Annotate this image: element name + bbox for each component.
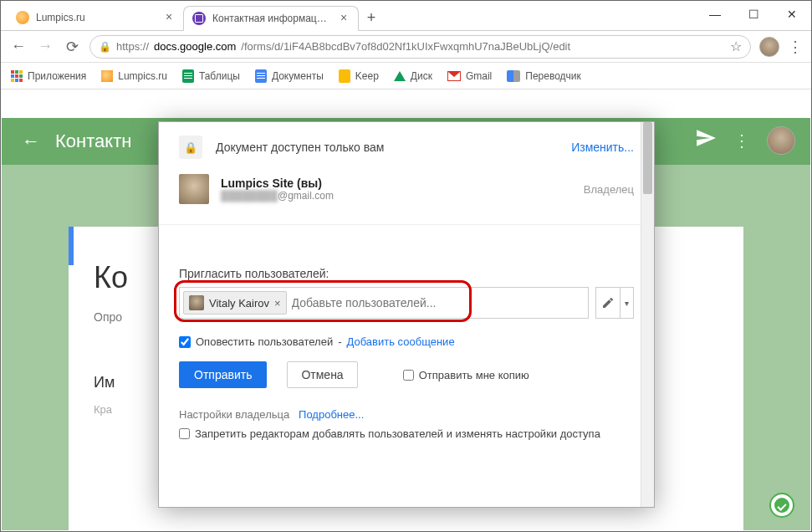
back-arrow-icon[interactable]: ← — [22, 130, 40, 152]
send-button[interactable]: Отправить — [179, 361, 267, 388]
bookmarks-bar: Приложения Lumpics.ru Таблицы Документы … — [1, 63, 811, 90]
close-icon[interactable]: × — [163, 12, 175, 23]
caret-down-icon: ▾ — [620, 288, 633, 318]
favicon-forms — [192, 12, 206, 25]
url-path: /forms/d/1iF4AB8bcdBv7of8d02Nf1kUIxFwxqm… — [241, 40, 570, 53]
cancel-button[interactable]: Отмена — [287, 361, 357, 388]
window-maximize[interactable]: ☐ — [734, 1, 773, 28]
user-chip[interactable]: Vitaly Kairov × — [183, 291, 287, 315]
url-host: docs.google.com — [154, 40, 236, 53]
bookmark-translate[interactable]: Переводчик — [507, 70, 581, 82]
restrict-label: Запретить редакторам добавлять пользоват… — [195, 427, 600, 440]
window-minimize[interactable]: — — [696, 1, 734, 28]
notify-checkbox[interactable] — [179, 336, 191, 348]
owner-avatar — [179, 174, 209, 204]
tab-strip: Lumpics.ru × Контактная информация - Goo… — [1, 1, 811, 31]
keep-icon — [339, 69, 350, 83]
translate-icon — [507, 70, 520, 82]
notify-label: Оповестить пользователей — [196, 335, 333, 348]
favicon-lumpics — [101, 70, 113, 82]
bookmark-drive[interactable]: Диск — [394, 70, 432, 82]
favicon-lumpics — [16, 11, 29, 24]
bookmark-lumpics[interactable]: Lumpics.ru — [101, 70, 167, 82]
reload-button[interactable]: ⟳ — [63, 38, 81, 56]
security-badge-icon[interactable] — [769, 493, 794, 518]
owner-name: Lumpics Site (вы) — [221, 176, 572, 190]
permission-dropdown[interactable]: ▾ — [595, 287, 634, 319]
back-button[interactable]: ← — [9, 38, 28, 56]
chip-name: Vitaly Kairov — [209, 297, 269, 309]
tab-forms[interactable]: Контактная информация - Goo… × — [183, 6, 359, 31]
tab-title: Контактная информация - Goo… — [212, 13, 331, 24]
chrome-menu-icon[interactable]: ⋮ — [788, 38, 803, 56]
change-link[interactable]: Изменить... — [571, 141, 634, 154]
omnibox[interactable]: 🔒 https://docs.google.com/forms/d/1iF4AB… — [89, 35, 751, 59]
bookmark-star-icon[interactable]: ☆ — [730, 38, 742, 54]
owner-email: ████████@gmail.com — [221, 190, 572, 202]
owner-settings-label: Настройки владельца — [179, 408, 289, 421]
send-copy-checkbox[interactable] — [403, 370, 414, 381]
notify-dash: - — [338, 335, 341, 348]
restrict-checkbox[interactable] — [179, 428, 190, 439]
add-message-link[interactable]: Добавить сообщение — [347, 335, 455, 348]
privacy-text: Документ доступен только вам — [216, 141, 558, 154]
bookmark-keep[interactable]: Keep — [339, 69, 379, 83]
tab-lumpics[interactable]: Lumpics.ru × — [8, 5, 183, 30]
bookmark-label: Keep — [355, 70, 379, 82]
docs-icon — [255, 69, 267, 83]
scrollbar-thumb[interactable] — [643, 122, 652, 194]
bookmark-label: Lumpics.ru — [118, 70, 167, 82]
lock-icon: 🔒 — [179, 136, 202, 159]
new-tab-button[interactable]: + — [359, 5, 384, 30]
bookmark-docs[interactable]: Документы — [255, 69, 324, 83]
drive-icon — [394, 71, 406, 81]
lock-icon: 🔒 — [99, 41, 111, 53]
window-close[interactable]: ✕ — [773, 1, 811, 28]
bookmark-label: Приложения — [28, 70, 86, 82]
profile-avatar[interactable] — [759, 37, 779, 57]
invite-input-box[interactable]: Vitaly Kairov × — [179, 287, 589, 319]
form-title: Контактн — [55, 130, 131, 152]
bookmark-label: Переводчик — [525, 70, 581, 82]
more-icon[interactable]: ⋮ — [733, 130, 750, 151]
apps-shortcut[interactable]: Приложения — [11, 70, 86, 82]
url-scheme: https:// — [116, 40, 149, 53]
gmail-icon — [447, 71, 461, 81]
tab-title: Lumpics.ru — [36, 12, 156, 23]
learn-more-link[interactable]: Подробнее... — [299, 408, 364, 421]
bookmark-sheets[interactable]: Таблицы — [182, 69, 240, 83]
dialog-scrollbar[interactable] — [641, 122, 654, 507]
send-icon[interactable] — [695, 127, 717, 154]
apps-icon — [11, 70, 23, 82]
chip-remove-icon[interactable]: × — [274, 297, 281, 309]
owner-role: Владелец — [584, 183, 634, 196]
chip-avatar — [189, 295, 204, 310]
bookmark-label: Документы — [272, 70, 324, 82]
close-icon[interactable]: × — [338, 13, 350, 24]
pencil-icon — [596, 288, 620, 318]
user-avatar[interactable] — [767, 126, 795, 155]
address-bar: ← → ⟳ 🔒 https://docs.google.com/forms/d/… — [1, 31, 811, 63]
send-copy-label: Отправить мне копию — [419, 369, 529, 381]
bookmark-label: Gmail — [466, 70, 492, 82]
bookmark-label: Диск — [411, 70, 432, 82]
invite-label: Пригласить пользователей: — [179, 267, 634, 280]
forward-button[interactable]: → — [36, 38, 54, 56]
add-people-input[interactable] — [292, 296, 585, 309]
bookmark-gmail[interactable]: Gmail — [447, 70, 492, 82]
sharing-dialog: 🔒 Документ доступен только вам Изменить.… — [158, 121, 655, 508]
sheets-icon — [182, 69, 194, 83]
bookmark-label: Таблицы — [199, 70, 240, 82]
